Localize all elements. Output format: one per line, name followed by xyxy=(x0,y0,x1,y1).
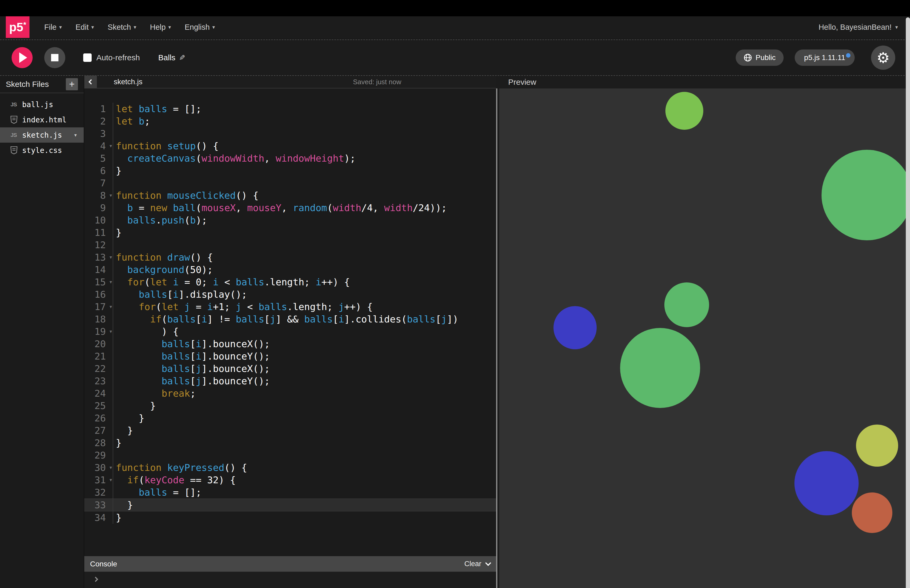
menu-file[interactable]: File▾ xyxy=(37,23,69,32)
preview-column xyxy=(498,76,910,588)
edit-sketch-name-icon[interactable]: ✎ xyxy=(179,53,185,62)
file-sketch-js[interactable]: JSsketch.js▾ xyxy=(0,128,84,143)
code-line-24[interactable]: 24 break; xyxy=(84,387,496,399)
add-file-button[interactable]: + xyxy=(66,78,78,90)
code-line-28[interactable]: 28} xyxy=(84,437,496,449)
fold-arrow-icon[interactable]: ▾ xyxy=(109,251,113,263)
code-line-3[interactable]: 3 xyxy=(84,128,496,140)
menu-items: File▾Edit▾Sketch▾Help▾English▾ xyxy=(37,16,222,38)
code-editor[interactable]: 1let balls = [];2let b;34▾function setup… xyxy=(84,89,496,556)
code-line-34[interactable]: 34} xyxy=(84,511,496,524)
code-line-15[interactable]: 15▾ for(let i = 0; i < balls.length; i++… xyxy=(84,276,496,288)
user-account-menu[interactable]: Hello, BayesianBean! ▾ xyxy=(819,23,898,32)
code-line-21[interactable]: 21 balls[i].bounceY(); xyxy=(84,350,496,362)
auto-refresh-checkbox[interactable] xyxy=(83,53,92,62)
code-line-29[interactable]: 29 xyxy=(84,449,496,461)
line-number: 22 xyxy=(84,362,113,375)
code-line-2[interactable]: 2let b; xyxy=(84,115,496,128)
code-line-26[interactable]: 26 } xyxy=(84,412,496,424)
user-greeting: Hello, BayesianBean! xyxy=(819,23,892,32)
menu-edit[interactable]: Edit▾ xyxy=(69,23,101,32)
sidebar-title: Sketch Files xyxy=(6,80,49,89)
console-title: Console xyxy=(90,560,117,568)
code-line-4[interactable]: 4▾function setup() { xyxy=(84,140,496,152)
line-number: 24 xyxy=(84,387,113,399)
code-line-32[interactable]: 32 balls = []; xyxy=(84,486,496,499)
code-line-9[interactable]: 9 b = new ball(mouseX, mouseY, random(wi… xyxy=(84,202,496,214)
page-scrollbar[interactable] xyxy=(906,17,910,588)
code-line-12[interactable]: 12 xyxy=(84,239,496,251)
line-number: 15▾ xyxy=(84,276,113,288)
console-header: Console Clear xyxy=(84,556,496,572)
code-line-10[interactable]: 10 balls.push(b); xyxy=(84,214,496,226)
code-text: function keyPressed() { xyxy=(113,461,496,474)
code-line-25[interactable]: 25 } xyxy=(84,399,496,412)
menu-label: File xyxy=(44,23,57,32)
code-line-20[interactable]: 20 balls[i].bounceX(); xyxy=(84,338,496,350)
file-ball-js[interactable]: JSball.js xyxy=(0,97,84,112)
console-clear-button[interactable]: Clear xyxy=(464,560,481,568)
ball-circle xyxy=(664,283,709,327)
line-number: 21 xyxy=(84,350,113,362)
p5-logo[interactable]: p5* xyxy=(6,16,29,38)
line-number: 25 xyxy=(84,399,113,412)
code-line-13[interactable]: 13▾function draw() { xyxy=(84,251,496,263)
console-collapse-icon[interactable] xyxy=(485,560,491,566)
code-line-23[interactable]: 23 balls[j].bounceY(); xyxy=(84,375,496,387)
code-line-27[interactable]: 27 } xyxy=(84,424,496,437)
line-number: 4▾ xyxy=(84,140,113,152)
menu-help[interactable]: Help▾ xyxy=(143,23,178,32)
code-text: } xyxy=(113,499,496,511)
fold-arrow-icon[interactable]: ▾ xyxy=(109,189,113,202)
file-options-icon[interactable]: ▾ xyxy=(74,131,78,139)
code-line-19[interactable]: 19▾ ) { xyxy=(84,325,496,338)
console-body[interactable] xyxy=(84,572,496,588)
line-number: 23 xyxy=(84,375,113,387)
collapse-sidebar-button[interactable] xyxy=(84,76,97,88)
line-number: 7 xyxy=(84,177,113,189)
fold-arrow-icon[interactable]: ▾ xyxy=(109,140,113,152)
code-line-7[interactable]: 7 xyxy=(84,177,496,189)
line-number: 3 xyxy=(84,128,113,140)
code-line-14[interactable]: 14 background(50); xyxy=(84,263,496,276)
code-text xyxy=(113,449,496,461)
code-text: b = new ball(mouseX, mouseY, random(widt… xyxy=(113,202,496,214)
play-button[interactable] xyxy=(11,47,33,68)
code-line-5[interactable]: 5 createCanvas(windowWidth, windowHeight… xyxy=(84,152,496,165)
fold-arrow-icon[interactable]: ▾ xyxy=(109,325,113,338)
code-line-33[interactable]: 33 } xyxy=(84,499,496,511)
editor-column: sketch.js Saved: just now 1let balls = [… xyxy=(84,76,496,588)
menu-english[interactable]: English▾ xyxy=(178,23,222,32)
code-line-22[interactable]: 22 balls[j].bounceX(); xyxy=(84,362,496,375)
line-number: 27 xyxy=(84,424,113,437)
fold-arrow-icon[interactable]: ▾ xyxy=(109,276,113,288)
code-line-8[interactable]: 8▾function mouseClicked() { xyxy=(84,189,496,202)
file-index-html[interactable]: index.html xyxy=(0,112,84,128)
code-line-30[interactable]: 30▾function keyPressed() { xyxy=(84,461,496,474)
stop-button[interactable] xyxy=(44,47,65,68)
fold-arrow-icon[interactable]: ▾ xyxy=(109,300,113,313)
sketch-canvas[interactable] xyxy=(499,76,910,588)
code-line-11[interactable]: 11} xyxy=(84,226,496,239)
code-line-6[interactable]: 6} xyxy=(84,165,496,177)
code-line-18[interactable]: 18 if(balls[i] != balls[j] && balls[i].c… xyxy=(84,313,496,325)
line-number: 32 xyxy=(84,486,113,499)
file-name: style.css xyxy=(22,146,62,155)
settings-button[interactable]: ⚙ xyxy=(871,45,895,70)
version-button[interactable]: p5.js 1.11.11 xyxy=(795,50,855,66)
tab-sketch-js[interactable]: sketch.js xyxy=(114,78,142,86)
fold-arrow-icon[interactable]: ▾ xyxy=(109,474,113,486)
code-line-31[interactable]: 31▾ if(keyCode == 32) { xyxy=(84,474,496,486)
file-style-css[interactable]: style.css xyxy=(0,143,84,158)
fold-arrow-icon[interactable]: ▾ xyxy=(109,461,113,474)
ball-circle xyxy=(821,150,910,240)
menu-label: Edit xyxy=(76,23,89,32)
visibility-button[interactable]: Public xyxy=(736,50,784,66)
code-line-1[interactable]: 1let balls = []; xyxy=(84,103,496,115)
menu-label: Help xyxy=(150,23,166,32)
code-line-17[interactable]: 17▾ for(let j = i+1; j < balls.length; j… xyxy=(84,300,496,313)
code-line-16[interactable]: 16 balls[i].display(); xyxy=(84,288,496,300)
main-menu-bar: p5* File▾Edit▾Sketch▾Help▾English▾ Hello… xyxy=(0,16,910,38)
ball-circle xyxy=(852,493,892,533)
menu-sketch[interactable]: Sketch▾ xyxy=(101,23,143,32)
